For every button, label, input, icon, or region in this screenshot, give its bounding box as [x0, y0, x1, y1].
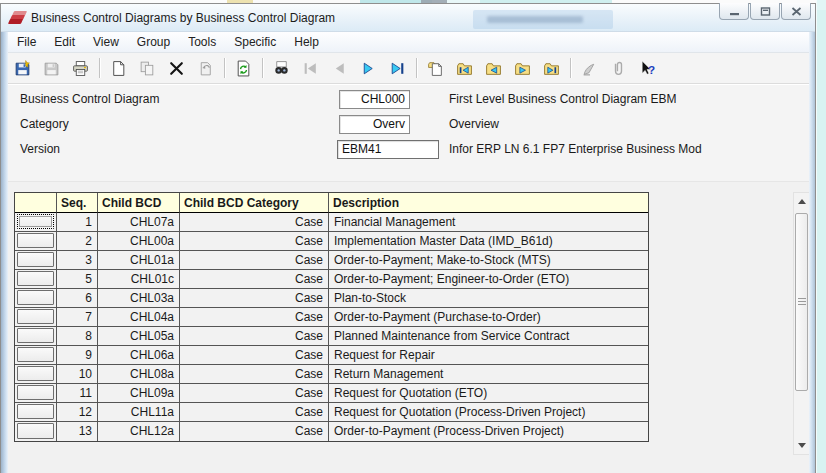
cell-description[interactable]: Request for Repair — [329, 346, 648, 365]
minimize-button[interactable] — [719, 3, 749, 20]
menu-item-help[interactable]: Help — [285, 32, 328, 52]
last-group-button[interactable] — [537, 55, 566, 81]
scroll-up-button[interactable] — [794, 194, 809, 209]
new-record-button[interactable] — [104, 55, 133, 81]
restore-button[interactable] — [750, 3, 780, 20]
cell-seq[interactable]: 3 — [57, 251, 98, 270]
window-title: Business Control Diagrams by Business Co… — [31, 4, 335, 32]
app-icon[interactable] — [9, 10, 27, 26]
cell-description[interactable]: Return Management — [329, 365, 648, 384]
menu-bar: FileEditViewGroupToolsSpecificHelp — [2, 32, 814, 53]
close-button[interactable] — [781, 3, 811, 20]
menu-item-specific[interactable]: Specific — [225, 32, 285, 52]
cell-description[interactable]: Plan-to-Stock — [329, 289, 648, 308]
cell-description[interactable]: Request for Quotation (Process-Driven Pr… — [329, 403, 648, 422]
cell-child-bcd[interactable]: CHL07a — [98, 213, 180, 232]
cell-seq[interactable]: 13 — [57, 422, 98, 441]
cell-seq[interactable]: 6 — [57, 289, 98, 308]
cell-description[interactable]: Order-to-Payment (Process-Driven Project… — [329, 422, 648, 441]
category-field[interactable]: Overv — [339, 115, 410, 134]
save-and-exit-button[interactable] — [8, 55, 37, 81]
cell-child-bcd[interactable]: CHL05a — [98, 327, 180, 346]
save-icon — [43, 60, 60, 77]
row-selector-button[interactable] — [17, 233, 54, 248]
last-record-button[interactable] — [383, 55, 412, 81]
next-record-button[interactable] — [354, 55, 383, 81]
bcd-field[interactable]: CHL000 — [339, 90, 410, 109]
prev-group-button[interactable] — [479, 55, 508, 81]
row-selector-cell — [15, 251, 57, 270]
cell-child-bcd[interactable]: CHL12a — [98, 422, 180, 441]
cell-category[interactable]: Case — [180, 232, 329, 251]
cell-category[interactable]: Case — [180, 365, 329, 384]
cell-seq[interactable]: 1 — [57, 213, 98, 232]
cell-child-bcd[interactable]: CHL11a — [98, 403, 180, 422]
cell-category[interactable]: Case — [180, 251, 329, 270]
cell-description[interactable]: Order-to-Payment; Engineer-to-Order (ETO… — [329, 270, 648, 289]
cell-description[interactable]: Order-to-Payment (Purchase-to-Order) — [329, 308, 648, 327]
next-group-button[interactable] — [508, 55, 537, 81]
cell-category[interactable]: Case — [180, 422, 329, 441]
cell-seq[interactable]: 8 — [57, 327, 98, 346]
refresh-icon — [235, 60, 252, 77]
cell-child-bcd[interactable]: CHL09a — [98, 384, 180, 403]
first-group-button[interactable] — [450, 55, 479, 81]
row-selector-button[interactable] — [17, 404, 54, 419]
row-selector-button[interactable] — [17, 309, 54, 324]
refresh-button[interactable] — [229, 55, 258, 81]
cell-seq[interactable]: 7 — [57, 308, 98, 327]
cell-seq[interactable]: 11 — [57, 384, 98, 403]
cell-description[interactable]: Order-to-Payment; Make-to-Stock (MTS) — [329, 251, 648, 270]
context-help-button[interactable]: ? — [633, 55, 662, 81]
cell-child-bcd[interactable]: CHL01a — [98, 251, 180, 270]
new-group-button[interactable] — [421, 55, 450, 81]
vertical-scrollbar[interactable] — [793, 192, 810, 455]
menu-item-edit[interactable]: Edit — [45, 32, 84, 52]
cell-seq[interactable]: 5 — [57, 270, 98, 289]
cell-seq[interactable]: 12 — [57, 403, 98, 422]
cell-category[interactable]: Case — [180, 213, 329, 232]
row-selector-button[interactable] — [17, 290, 54, 305]
menu-item-group[interactable]: Group — [128, 32, 179, 52]
menu-item-file[interactable]: File — [8, 32, 45, 52]
cell-child-bcd[interactable]: CHL04a — [98, 308, 180, 327]
row-selector-button[interactable] — [17, 385, 54, 400]
cell-child-bcd[interactable]: CHL00a — [98, 232, 180, 251]
cell-category[interactable]: Case — [180, 346, 329, 365]
cell-description[interactable]: Planned Maintenance from Service Contrac… — [329, 327, 648, 346]
scroll-down-button[interactable] — [794, 438, 809, 453]
cell-child-bcd[interactable]: CHL01c — [98, 270, 180, 289]
cell-description[interactable]: Implementation Master Data (IMD_B61d) — [329, 232, 648, 251]
menu-item-view[interactable]: View — [84, 32, 128, 52]
find-button[interactable] — [267, 55, 296, 81]
print-button[interactable] — [66, 55, 95, 81]
save-button — [37, 55, 66, 81]
row-selector-button[interactable] — [17, 252, 54, 267]
menu-item-tools[interactable]: Tools — [179, 32, 225, 52]
cell-seq[interactable]: 10 — [57, 365, 98, 384]
delete-button[interactable] — [162, 55, 191, 81]
row-selector-button[interactable] — [17, 271, 54, 286]
cell-category[interactable]: Case — [180, 270, 329, 289]
cell-category[interactable]: Case — [180, 384, 329, 403]
row-selector-button[interactable] — [17, 423, 54, 439]
scrollbar-thumb[interactable] — [795, 213, 808, 391]
version-field[interactable]: EBM41 — [337, 140, 439, 159]
cell-seq[interactable]: 2 — [57, 232, 98, 251]
cell-description[interactable]: Financial Management — [329, 213, 648, 232]
row-selector-button[interactable] — [17, 214, 54, 229]
cell-category[interactable]: Case — [180, 308, 329, 327]
cell-category[interactable]: Case — [180, 403, 329, 422]
cell-category[interactable]: Case — [180, 289, 329, 308]
cell-child-bcd[interactable]: CHL08a — [98, 365, 180, 384]
cell-description[interactable]: Request for Quotation (ETO) — [329, 384, 648, 403]
row-selector-button[interactable] — [17, 328, 54, 343]
cell-child-bcd[interactable]: CHL06a — [98, 346, 180, 365]
row-selector-button[interactable] — [17, 347, 54, 362]
cell-seq[interactable]: 9 — [57, 346, 98, 365]
scroll-down-icon — [798, 443, 806, 452]
row-selector-button[interactable] — [17, 366, 54, 381]
cell-category[interactable]: Case — [180, 327, 329, 346]
toolbar-separator — [262, 58, 263, 78]
cell-child-bcd[interactable]: CHL03a — [98, 289, 180, 308]
